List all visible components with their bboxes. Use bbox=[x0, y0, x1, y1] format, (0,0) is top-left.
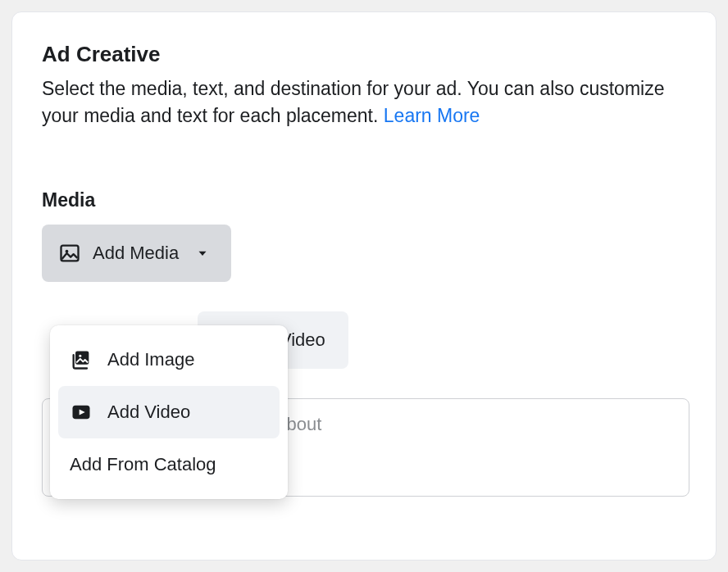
add-media-label: Add Media bbox=[93, 243, 179, 264]
svg-rect-0 bbox=[61, 245, 79, 261]
svg-point-3 bbox=[79, 355, 81, 357]
image-stack-icon bbox=[70, 348, 93, 371]
menu-item-add-from-catalog[interactable]: Add From Catalog bbox=[58, 438, 280, 491]
menu-item-add-video[interactable]: Add Video bbox=[58, 386, 280, 438]
media-heading: Media bbox=[42, 189, 686, 211]
image-icon bbox=[58, 242, 81, 265]
chevron-down-icon bbox=[195, 246, 210, 261]
ad-creative-panel: Ad Creative Select the media, text, and … bbox=[11, 11, 717, 561]
menu-item-add-from-catalog-label: Add From Catalog bbox=[70, 454, 216, 475]
add-media-button[interactable]: Add Media bbox=[42, 225, 231, 282]
learn-more-link[interactable]: Learn More bbox=[384, 105, 480, 126]
menu-item-add-video-label: Add Video bbox=[107, 402, 190, 423]
add-media-dropdown: Add Image Add Video Add From Catalog bbox=[50, 325, 288, 499]
menu-item-add-image[interactable]: Add Image bbox=[58, 334, 280, 386]
menu-item-add-image-label: Add Image bbox=[107, 349, 194, 370]
description-text: Select the media, text, and destination … bbox=[42, 78, 664, 126]
video-icon bbox=[70, 401, 93, 424]
page-description: Select the media, text, and destination … bbox=[42, 75, 686, 130]
page-title: Ad Creative bbox=[42, 42, 686, 67]
